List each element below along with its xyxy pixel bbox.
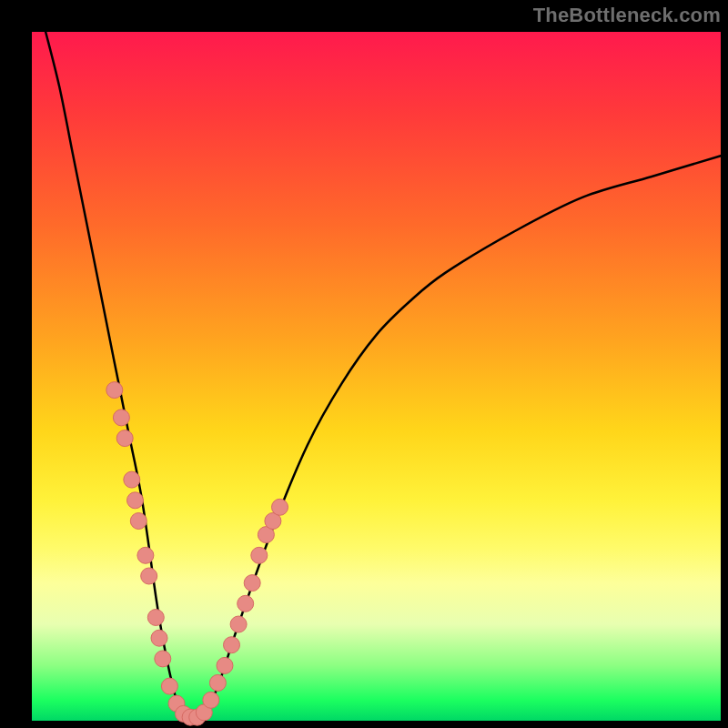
curve-marker [124, 471, 140, 488]
curve-marker [224, 637, 240, 653]
curve-marker [209, 674, 226, 691]
curve-marker [127, 492, 144, 509]
curve-marker [155, 651, 171, 667]
curve-marker [137, 547, 154, 563]
curve-marker [217, 657, 233, 673]
curve-marker [130, 513, 147, 530]
bottleneck-curve [46, 32, 721, 718]
chart-frame: TheBottleneck.com [0, 0, 728, 728]
plot-area [32, 32, 721, 721]
curve-marker [251, 547, 268, 563]
curve-marker [203, 692, 219, 708]
curve-marker [161, 678, 177, 694]
curve-marker [141, 568, 157, 584]
curve-marker [238, 595, 254, 612]
curve-marker [151, 630, 167, 646]
curve-marker [116, 430, 133, 447]
curve-marker [272, 499, 288, 515]
curve-marker [147, 610, 164, 626]
curve-marker [244, 575, 260, 592]
curve-marker [113, 410, 129, 426]
curve-marker [106, 382, 123, 399]
chart-svg [32, 32, 721, 721]
curve-marker [230, 616, 247, 632]
watermark-text: TheBottleneck.com [533, 4, 721, 27]
curve-markers [106, 382, 288, 726]
